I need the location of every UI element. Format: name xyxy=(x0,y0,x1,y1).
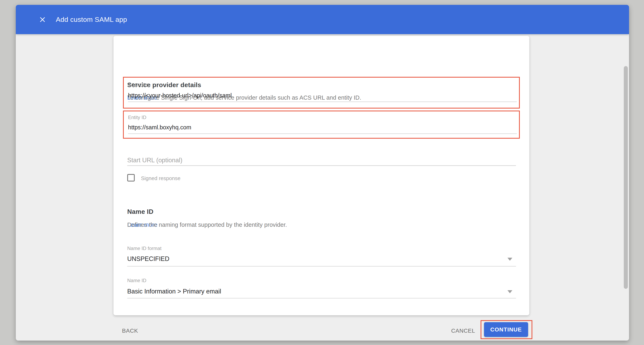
entity-id-underline xyxy=(128,133,517,134)
start-url-input[interactable]: Start URL (optional) xyxy=(127,157,182,164)
start-url-underline xyxy=(127,165,516,166)
section-heading-name-id: Name ID xyxy=(127,208,153,215)
continue-highlight-box xyxy=(480,320,532,339)
acs-url-highlight-box: ACS URL https://<your-hosted-url>/api/oa… xyxy=(123,77,520,108)
close-x-glyph xyxy=(38,15,46,24)
name-id-format-label: Name ID format xyxy=(127,246,162,251)
dialog-header: Add custom SAML app xyxy=(16,5,629,34)
page-background: { "header": { "title": "Add custom SAML … xyxy=(0,0,644,345)
acs-url-input[interactable]: https://<your-hosted-url>/api/oauth/saml xyxy=(128,92,232,99)
close-icon[interactable] xyxy=(38,15,47,24)
entity-id-label: Entity ID xyxy=(128,115,146,120)
name-id-format-underline xyxy=(127,266,516,267)
dropdown-arrow-icon[interactable] xyxy=(508,258,512,261)
name-id-description: Defines the naming format supported by t… xyxy=(127,222,157,228)
dropdown-arrow-icon[interactable] xyxy=(508,290,512,293)
add-custom-saml-app-dialog: Add custom SAML app Service provider det… xyxy=(16,5,629,341)
service-provider-card: Service provider details To configure Si… xyxy=(114,36,529,315)
back-button[interactable]: BACK xyxy=(121,328,139,334)
signed-response-checkbox[interactable] xyxy=(127,174,135,182)
name-id-underline xyxy=(127,298,516,299)
cancel-button[interactable]: CANCEL xyxy=(450,328,476,334)
dialog-title: Add custom SAML app xyxy=(56,15,127,23)
entity-id-highlight-box: Entity ID https://saml.boxyhq.com xyxy=(123,111,520,139)
name-id-select[interactable]: Basic Information > Primary email xyxy=(127,288,221,295)
scrollbar-thumb[interactable] xyxy=(624,66,628,289)
entity-id-input[interactable]: https://saml.boxyhq.com xyxy=(128,124,191,131)
signed-response-label: Signed response xyxy=(141,175,180,182)
name-id-description-text: Defines the naming format supported by t… xyxy=(127,222,287,228)
name-id-label: Name ID xyxy=(127,278,146,283)
acs-url-label: ACS URL xyxy=(128,82,149,88)
name-id-format-select[interactable]: UNSPECIFIED xyxy=(127,255,169,263)
acs-url-underline xyxy=(128,101,517,102)
